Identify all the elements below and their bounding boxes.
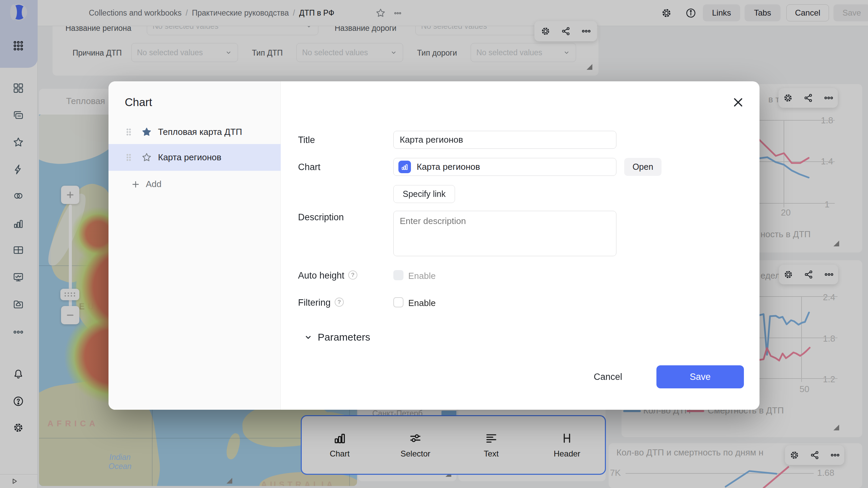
auto-height-help-icon[interactable]: ?	[348, 270, 357, 280]
chart-field-label: Chart	[298, 162, 320, 172]
tab-item-heatmap[interactable]: Тепловая карта ДТП	[108, 120, 281, 144]
auto-height-enable-label: Enable	[408, 271, 436, 281]
drag-handle[interactable]	[126, 128, 131, 136]
dialog-title: Chart	[125, 96, 152, 109]
star-filled-icon[interactable]	[141, 127, 152, 137]
auto-height-checkbox[interactable]	[393, 270, 403, 280]
add-tab-label: Add	[146, 179, 161, 189]
auto-height-label: Auto height	[298, 270, 344, 281]
open-chart-button[interactable]: Open	[624, 158, 662, 176]
tab-item-regions[interactable]: Карта регионов	[108, 144, 281, 171]
filtering-label: Filtering	[298, 298, 331, 308]
drag-handle[interactable]	[126, 154, 131, 161]
specify-link-button[interactable]: Specify link	[393, 185, 455, 203]
parameters-section-toggle[interactable]: Parameters	[303, 331, 370, 343]
chevron-down-icon	[303, 332, 313, 342]
star-outline-icon[interactable]	[141, 152, 152, 163]
chart-settings-dialog: Chart Тепловая карта ДТП Карта регионов …	[108, 81, 760, 410]
tab-item-label: Карта регионов	[158, 152, 221, 163]
filtering-enable-label: Enable	[408, 298, 436, 308]
add-tab-button[interactable]: Add	[131, 179, 161, 189]
description-field-label: Description	[298, 212, 344, 223]
filtering-help-icon[interactable]: ?	[335, 298, 344, 307]
close-dialog-icon[interactable]	[732, 96, 744, 108]
chart-input[interactable]: Карта регионов	[393, 158, 616, 176]
dialog-tabs-panel: Chart Тепловая карта ДТП Карта регионов …	[108, 81, 281, 410]
title-input[interactable]	[393, 131, 616, 149]
title-field-label: Title	[298, 135, 315, 145]
filtering-checkbox[interactable]	[393, 297, 403, 307]
description-textarea[interactable]	[393, 211, 616, 256]
plus-icon	[131, 180, 140, 189]
dialog-cancel-button[interactable]: Cancel	[592, 370, 624, 384]
dialog-save-button[interactable]: Save	[656, 365, 744, 388]
chart-type-icon	[398, 161, 411, 173]
parameters-label: Parameters	[318, 331, 370, 343]
chart-name: Карта регионов	[417, 162, 480, 172]
tab-item-label: Тепловая карта ДТП	[158, 127, 242, 137]
